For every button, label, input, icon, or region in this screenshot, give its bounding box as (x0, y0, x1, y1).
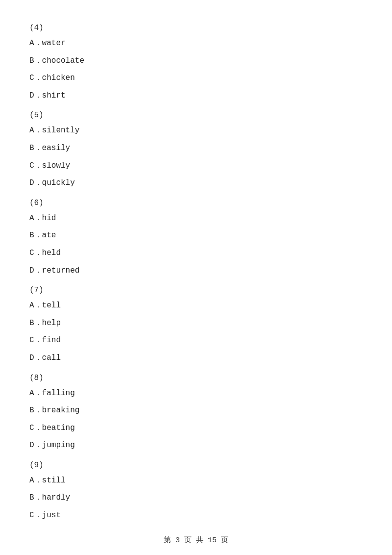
question-number-1: (4) (29, 24, 363, 32)
question-number-2: (5) (29, 111, 363, 120)
option-q4-3: C．find (29, 334, 363, 347)
option-q6-2: B．hardly (29, 492, 363, 505)
question-number-3: (6) (29, 199, 363, 207)
option-q4-2: B．help (29, 317, 363, 330)
option-q5-3: C．beating (29, 422, 363, 435)
option-q4-4: D．call (29, 352, 363, 365)
option-q4-1: A．tell (29, 300, 363, 312)
option-q5-4: D．jumping (29, 439, 363, 452)
question-number-5: (8) (29, 374, 363, 382)
option-q1-3: C．chicken (29, 72, 363, 85)
option-q1-1: A．water (29, 37, 363, 50)
option-q6-1: A．still (29, 475, 363, 487)
option-q3-4: D．returned (29, 265, 363, 278)
question-number-4: (7) (29, 286, 363, 295)
option-q2-3: C．slowly (29, 160, 363, 173)
option-q5-1: A．falling (29, 387, 363, 400)
option-q2-4: D．quickly (29, 177, 363, 190)
page-content: (4)A．waterB．chocolateC．chickenD．shirt(5)… (0, 0, 392, 555)
option-q2-2: B．easily (29, 142, 363, 155)
option-q3-1: A．hid (29, 212, 363, 225)
question-number-6: (9) (29, 461, 363, 470)
footer-text: 第 3 页 共 15 页 (164, 536, 228, 545)
option-q1-4: D．shirt (29, 90, 363, 102)
option-q1-2: B．chocolate (29, 55, 363, 68)
option-q2-1: A．silently (29, 125, 363, 137)
option-q3-3: C．held (29, 247, 363, 260)
page-footer: 第 3 页 共 15 页 (0, 535, 392, 545)
option-q3-2: B．ate (29, 229, 363, 242)
option-q6-3: C．just (29, 509, 363, 522)
option-q5-2: B．breaking (29, 404, 363, 417)
